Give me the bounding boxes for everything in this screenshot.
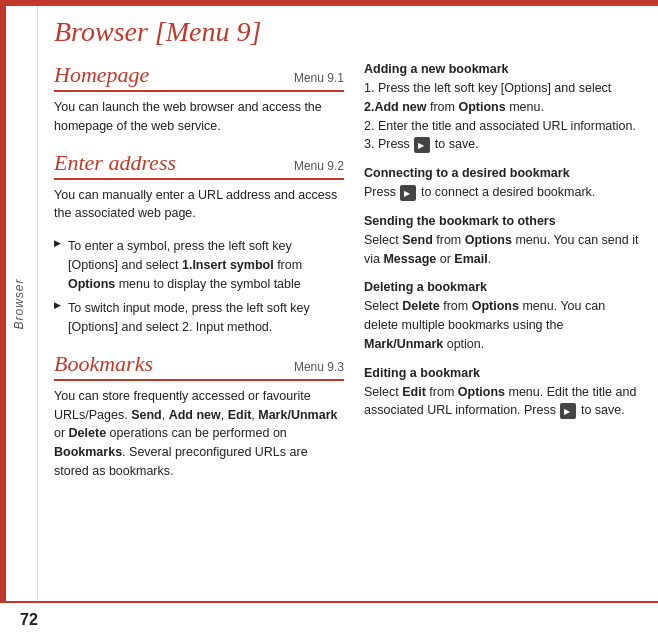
bookmarks-section: Bookmarks Menu 9.3 You can store frequen… xyxy=(54,351,344,481)
bookmarks-body: You can store frequently accessed or fav… xyxy=(54,387,344,481)
connecting-bookmark-title: Connecting to a desired bookmark xyxy=(364,166,642,180)
adding-bookmark-section: Adding a new bookmark 1. Press the left … xyxy=(364,62,642,154)
edit-save-icon xyxy=(560,403,576,419)
deleting-bookmark-section: Deleting a bookmark Select Delete from O… xyxy=(364,280,642,353)
homepage-section: Homepage Menu 9.1 You can launch the web… xyxy=(54,62,344,136)
enter-address-section: Enter address Menu 9.2 You can manually … xyxy=(54,150,344,337)
editing-bookmark-title: Editing a bookmark xyxy=(364,366,642,380)
left-column: Homepage Menu 9.1 You can launch the web… xyxy=(54,62,344,591)
sidebar-label: Browser xyxy=(12,278,26,329)
editing-bookmark-section: Editing a bookmark Select Edit from Opti… xyxy=(364,366,642,421)
homepage-body: You can launch the web browser and acces… xyxy=(54,98,344,136)
two-column-layout: Homepage Menu 9.1 You can launch the web… xyxy=(54,62,642,591)
content-area: Browser [Menu 9] Homepage Menu 9.1 You c… xyxy=(38,6,658,601)
sending-bookmark-body: Select Send from Options menu. You can s… xyxy=(364,231,642,269)
homepage-heading: Homepage xyxy=(54,62,149,88)
connect-icon xyxy=(400,185,416,201)
right-column: Adding a new bookmark 1. Press the left … xyxy=(364,62,642,591)
page-number: 72 xyxy=(20,611,38,629)
homepage-header: Homepage Menu 9.1 xyxy=(54,62,344,92)
bottom-bar: 72 xyxy=(0,601,658,637)
connecting-bookmark-section: Connecting to a desired bookmark Press t… xyxy=(364,166,642,202)
main-content: Browser Browser [Menu 9] Homepage Menu 9… xyxy=(0,6,658,601)
sidebar: Browser xyxy=(0,6,38,601)
page-container: Browser Browser [Menu 9] Homepage Menu 9… xyxy=(0,0,658,637)
enter-address-body: You can manually enter a URL address and… xyxy=(54,186,344,224)
enter-address-menu-label: Menu 9.2 xyxy=(294,159,344,173)
page-title: Browser [Menu 9] xyxy=(54,16,642,48)
editing-bookmark-body: Select Edit from Options menu. Edit the … xyxy=(364,383,642,421)
deleting-bookmark-title: Deleting a bookmark xyxy=(364,280,642,294)
bookmarks-menu-label: Menu 9.3 xyxy=(294,360,344,374)
enter-address-header: Enter address Menu 9.2 xyxy=(54,150,344,180)
connecting-bookmark-body: Press to connect a desired bookmark. xyxy=(364,183,642,202)
sending-bookmark-section: Sending the bookmark to others Select Se… xyxy=(364,214,642,269)
adding-bookmark-title: Adding a new bookmark xyxy=(364,62,642,76)
adding-bookmark-body: 1. Press the left soft key [Options] and… xyxy=(364,79,642,154)
bullet-item: To enter a symbol, press the left soft k… xyxy=(54,237,344,293)
save-icon xyxy=(414,137,430,153)
enter-address-heading: Enter address xyxy=(54,150,176,176)
sidebar-red-bar xyxy=(0,6,6,601)
bookmarks-header: Bookmarks Menu 9.3 xyxy=(54,351,344,381)
sending-bookmark-title: Sending the bookmark to others xyxy=(364,214,642,228)
enter-address-bullets: To enter a symbol, press the left soft k… xyxy=(54,237,344,337)
bullet-item: To switch input mode, press the left sof… xyxy=(54,299,344,337)
bookmarks-heading: Bookmarks xyxy=(54,351,153,377)
deleting-bookmark-body: Select Delete from Options menu. You can… xyxy=(364,297,642,353)
homepage-menu-label: Menu 9.1 xyxy=(294,71,344,85)
